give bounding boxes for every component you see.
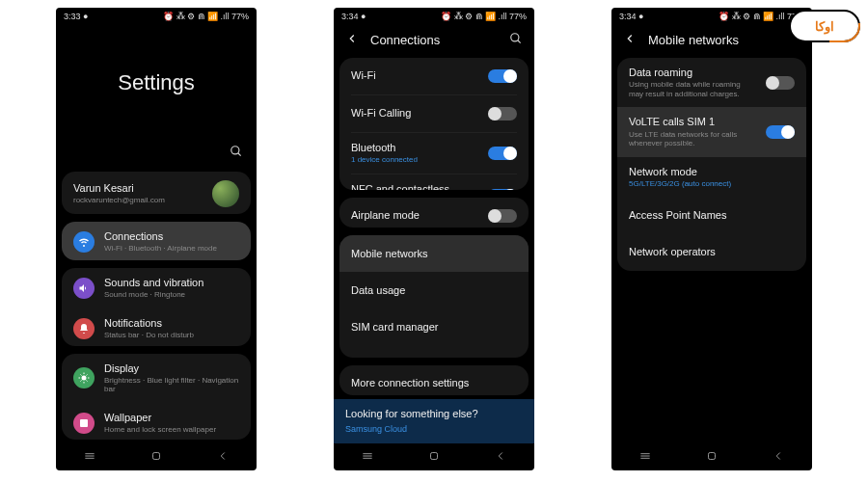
settings-item-display[interactable]: DisplayBrightness · Blue light filter · … xyxy=(62,354,251,403)
back-icon[interactable] xyxy=(623,32,637,48)
mn-volte[interactable]: VoLTE calls SIM 1Use LTE data networks f… xyxy=(617,107,806,156)
svg-rect-17 xyxy=(708,453,715,460)
wifi-icon xyxy=(73,231,95,253)
mn-operators[interactable]: Network operators xyxy=(617,234,806,271)
sound-icon xyxy=(73,278,95,299)
status-bar: 3:34 ● ⏰ ⁂ ⚙ ⋒ 📶 .ıll 77% xyxy=(334,8,534,25)
bell-icon xyxy=(73,318,95,339)
back-button[interactable] xyxy=(216,449,230,465)
display-icon xyxy=(73,367,95,388)
watermark-logo: اوکا xyxy=(789,10,860,42)
conn-wifi[interactable]: Wi-Fi xyxy=(339,58,529,94)
conn-sim[interactable]: SIM card manager xyxy=(339,308,529,345)
recents-button[interactable] xyxy=(361,449,374,465)
status-bar: 3:33 ● ⏰ ⁂ ⚙ ⋒ 📶 .ıll 77% xyxy=(56,8,257,25)
phone-settings: 3:33 ● ⏰ ⁂ ⚙ ⋒ 📶 .ıll 77% Settings Varun… xyxy=(56,8,257,470)
header-title: Connections xyxy=(370,33,440,47)
header: Connections xyxy=(334,25,534,54)
conn-bluetooth[interactable]: Bluetooth1 device connected xyxy=(339,133,529,174)
nfc-toggle[interactable] xyxy=(488,189,517,190)
phone-connections: 3:34 ● ⏰ ⁂ ⚙ ⋒ 📶 .ıll 77% Connections Wi… xyxy=(334,8,534,470)
recents-button[interactable] xyxy=(83,449,96,465)
roaming-toggle[interactable] xyxy=(766,76,795,90)
conn-more[interactable]: More connection settings xyxy=(339,365,529,396)
wifi-toggle[interactable] xyxy=(488,69,517,83)
nav-bar xyxy=(334,443,534,470)
bluetooth-toggle[interactable] xyxy=(488,147,517,160)
wifi-calling-toggle[interactable] xyxy=(488,107,517,120)
search-icon[interactable] xyxy=(230,145,243,160)
svg-rect-3 xyxy=(80,419,88,427)
conn-airplane[interactable]: Airplane mode xyxy=(339,198,529,228)
avatar xyxy=(212,180,239,207)
conn-wifi-calling[interactable]: Wi-Fi Calling xyxy=(339,95,529,132)
back-button[interactable] xyxy=(494,449,507,465)
status-bar: 3:34 ● ⏰ ⁂ ⚙ ⋒ 📶 .ıll 77% xyxy=(611,8,812,25)
footer-prompt[interactable]: Looking for something else? Samsung Clou… xyxy=(334,399,534,443)
home-button[interactable] xyxy=(427,449,441,465)
volte-toggle[interactable] xyxy=(766,125,795,139)
mn-roaming[interactable]: Data roamingUsing mobile data while roam… xyxy=(617,58,806,107)
svg-rect-7 xyxy=(152,453,159,460)
profile-row[interactable]: Varun Kesari rockvaruntech@gmail.com xyxy=(62,172,251,214)
svg-point-8 xyxy=(511,33,519,40)
mn-network-mode[interactable]: Network mode5G/LTE/3G/2G (auto connect) xyxy=(617,157,806,198)
airplane-toggle[interactable] xyxy=(488,209,517,223)
settings-item-connections[interactable]: ConnectionsWi-Fi · Bluetooth · Airplane … xyxy=(62,222,251,260)
svg-point-2 xyxy=(82,376,87,381)
settings-item-notifications[interactable]: NotificationsStatus bar · Do not disturb xyxy=(62,308,251,345)
header: Mobile networks xyxy=(611,25,812,54)
conn-hotspot[interactable]: Mobile Hotspot and Tethering xyxy=(339,345,529,357)
mn-apn[interactable]: Access Point Names xyxy=(617,198,806,234)
home-button[interactable] xyxy=(149,449,163,465)
header-title: Mobile networks xyxy=(648,33,739,47)
conn-data-usage[interactable]: Data usage xyxy=(339,272,529,308)
status-time: 3:33 xyxy=(64,12,81,21)
nav-bar xyxy=(56,443,257,470)
svg-rect-13 xyxy=(430,453,437,460)
phone-mobile-networks: 3:34 ● ⏰ ⁂ ⚙ ⋒ 📶 .ıll 77% Mobile network… xyxy=(611,8,812,470)
profile-email: rockvaruntech@gmail.com xyxy=(73,196,203,205)
settings-item-sounds[interactable]: Sounds and vibrationSound mode · Rington… xyxy=(62,268,251,308)
page-title: Settings xyxy=(56,25,257,141)
recents-button[interactable] xyxy=(638,449,652,465)
search-icon[interactable] xyxy=(509,32,523,48)
back-button[interactable] xyxy=(772,449,785,465)
wallpaper-icon xyxy=(73,413,95,434)
svg-point-0 xyxy=(231,147,239,154)
back-icon[interactable] xyxy=(345,32,359,48)
conn-nfc[interactable]: NFC and contactless payments xyxy=(339,174,529,190)
settings-item-wallpaper[interactable]: WallpaperHome and lock screen wallpaper xyxy=(62,403,251,440)
svg-line-1 xyxy=(238,153,241,156)
nav-bar xyxy=(611,443,812,470)
svg-line-9 xyxy=(518,40,521,42)
home-button[interactable] xyxy=(705,449,719,465)
conn-mobile-networks[interactable]: Mobile networks xyxy=(339,235,529,272)
profile-name: Varun Kesari xyxy=(73,182,203,195)
